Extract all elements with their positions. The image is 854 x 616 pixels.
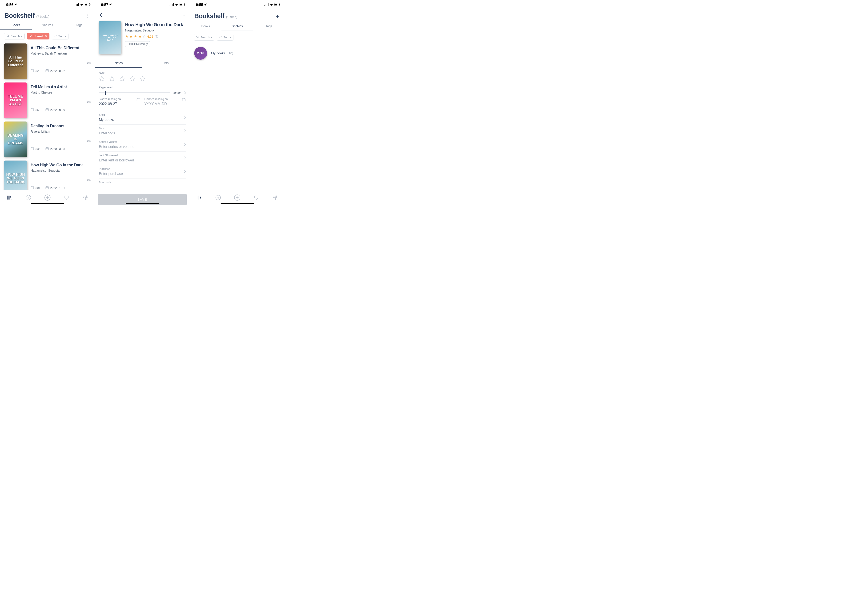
book-list[interactable]: All This Could Be Different All This Cou… xyxy=(0,42,95,190)
svg-rect-68 xyxy=(267,4,267,6)
nav-settings-icon[interactable] xyxy=(272,195,278,201)
finished-field[interactable]: Finished reading on YYYY-MM-DD xyxy=(144,98,186,106)
shelf-thumb-text: Violet xyxy=(197,52,204,55)
slider-thumb[interactable] xyxy=(105,91,106,95)
svg-rect-34 xyxy=(46,186,49,189)
book-cover[interactable]: DEALING IN DREAMS xyxy=(4,122,27,157)
kebab-menu-icon[interactable] xyxy=(181,14,187,18)
tags-field[interactable]: Tags Enter tags xyxy=(99,125,186,138)
tags-label: Tags xyxy=(99,127,186,130)
pages-read-slider[interactable]: 30/304 xyxy=(99,91,186,95)
book-cover[interactable]: HOW HIGH WE GO IN THE DARK xyxy=(99,21,121,54)
add-shelf-button[interactable]: ＋ xyxy=(275,12,280,20)
calendar-icon[interactable] xyxy=(136,98,140,102)
series-label: Series / Volume xyxy=(99,140,186,143)
date-value: 2022-01-01 xyxy=(50,186,65,190)
chevron-up-icon[interactable] xyxy=(184,91,186,93)
book-row[interactable]: HOW HIGH WE GO IN THE DARK How High We G… xyxy=(0,159,95,190)
star-empty-icon[interactable] xyxy=(140,76,145,82)
star-icon: ★ xyxy=(130,34,133,38)
close-icon[interactable] xyxy=(44,35,47,38)
status-time: 9:57 xyxy=(101,3,108,7)
star-empty-icon[interactable] xyxy=(130,76,135,82)
wifi-icon xyxy=(270,3,273,7)
filter-unread-button[interactable]: Unread xyxy=(27,33,49,40)
book-row[interactable]: TELL ME I'M AN ARTIST Tell Me I'm An Art… xyxy=(0,81,95,120)
star-empty-icon[interactable] xyxy=(99,76,105,82)
back-button[interactable] xyxy=(98,12,104,20)
tab-tags[interactable]: Tags xyxy=(63,21,95,30)
search-button[interactable]: Search ▾ xyxy=(4,33,24,40)
pages-stat: 336 xyxy=(30,146,40,151)
pages-icon xyxy=(30,186,34,190)
shelf-label: Shelf xyxy=(99,113,186,116)
screen-bookshelf-books: 9:56 Bookshelf (7 books) Books Shelves T… xyxy=(0,0,95,205)
tab-notes[interactable]: Notes xyxy=(95,58,142,68)
nav-add-icon[interactable] xyxy=(234,194,240,201)
tab-info[interactable]: Info xyxy=(142,58,190,68)
nav-library-icon[interactable] xyxy=(197,195,202,201)
chevron-right-icon xyxy=(184,129,186,133)
started-field[interactable]: Started reading on 2022-08-27 xyxy=(99,98,140,106)
shelf-field[interactable]: Shelf My books xyxy=(99,111,186,125)
star-empty-icon[interactable] xyxy=(109,76,115,82)
book-cover[interactable]: All This Could Be Different xyxy=(4,43,27,79)
slider-track[interactable] xyxy=(99,93,170,93)
lent-label: Lent / Borrowed xyxy=(99,154,186,157)
tab-shelves[interactable]: Shelves xyxy=(32,21,63,30)
chevron-down-icon[interactable] xyxy=(184,93,186,94)
shelf-item[interactable]: Violet My books (10) xyxy=(190,43,285,63)
genre-pill[interactable]: FICTION/Literary xyxy=(125,41,150,47)
tab-books[interactable]: Books xyxy=(190,22,221,31)
wifi-icon xyxy=(175,3,178,7)
nav-favorites-icon[interactable] xyxy=(64,195,69,201)
nav-add-icon[interactable] xyxy=(44,194,50,201)
search-button[interactable]: Search ▾ xyxy=(194,34,214,41)
progress-label: 0% xyxy=(87,139,91,143)
sort-button[interactable]: Sort ▾ xyxy=(52,33,69,40)
home-indicator[interactable] xyxy=(31,203,64,204)
svg-point-8 xyxy=(87,15,88,16)
svg-rect-1 xyxy=(76,5,76,6)
nav-library-icon[interactable] xyxy=(7,195,12,201)
pages-icon xyxy=(30,146,34,151)
progress-label: 0% xyxy=(87,61,91,64)
nav-favorites-icon[interactable] xyxy=(253,195,259,201)
stepper[interactable] xyxy=(184,91,186,94)
notes-form: Rate Pages read 30/304 Started reading o… xyxy=(95,68,190,193)
tags-placeholder: Enter tags xyxy=(99,131,186,135)
cover-text: DEALING IN DREAMS xyxy=(4,132,27,147)
tab-shelves[interactable]: Shelves xyxy=(221,22,253,31)
user-rating[interactable] xyxy=(99,76,186,82)
nav-compass-icon[interactable] xyxy=(26,195,31,201)
book-title: All This Could Be Different xyxy=(30,46,91,50)
lent-field[interactable]: Lent / Borrowed Enter lent or borrowed xyxy=(99,152,186,165)
book-row[interactable]: DEALING IN DREAMS Dealing in Dreams Rive… xyxy=(0,120,95,159)
nav-settings-icon[interactable] xyxy=(82,195,88,201)
book-cover[interactable]: TELL ME I'M AN ARTIST xyxy=(4,82,27,118)
kebab-menu-icon[interactable] xyxy=(85,14,90,18)
started-label: Started reading on xyxy=(99,98,140,101)
book-row[interactable]: All This Could Be Different All This Cou… xyxy=(0,42,95,81)
short-note-field[interactable]: Short note xyxy=(99,179,186,188)
pages-read-value: 30/304 xyxy=(172,91,181,95)
tab-tags[interactable]: Tags xyxy=(253,22,285,31)
sort-button[interactable]: Sort ▾ xyxy=(217,34,233,41)
star-empty-icon[interactable] xyxy=(119,76,125,82)
book-header: HOW HIGH WE GO IN THE DARK How High We G… xyxy=(95,21,190,56)
svg-rect-58 xyxy=(137,98,140,101)
progress-label: 0% xyxy=(87,101,91,104)
calendar-icon[interactable] xyxy=(182,98,186,102)
tab-books[interactable]: Books xyxy=(0,21,32,30)
book-cover[interactable]: HOW HIGH WE GO IN THE DARK xyxy=(4,160,27,190)
location-icon xyxy=(109,3,112,7)
list-controls: Search ▾ Sort ▾ xyxy=(190,31,285,43)
home-indicator[interactable] xyxy=(126,203,159,204)
nav-compass-icon[interactable] xyxy=(215,195,221,201)
series-field[interactable]: Series / Volume Enter series or volume xyxy=(99,138,186,152)
home-indicator[interactable] xyxy=(221,203,254,204)
progress-track xyxy=(30,63,86,63)
purchase-field[interactable]: Purchase Enter purchase xyxy=(99,165,186,179)
calendar-icon xyxy=(45,108,49,112)
shelf-name: My books xyxy=(211,51,225,55)
